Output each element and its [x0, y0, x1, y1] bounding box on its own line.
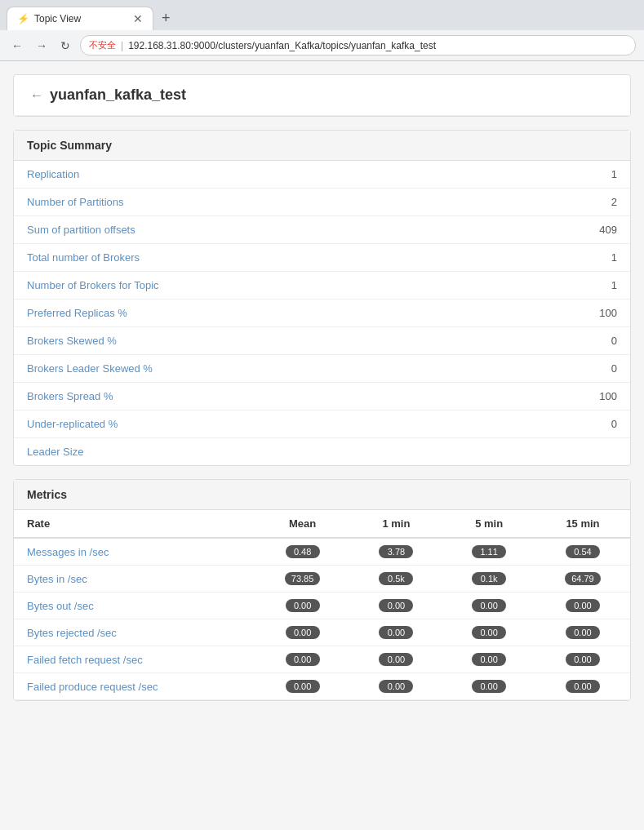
metrics-value: 0.00	[255, 673, 350, 700]
metrics-badge: 0.00	[379, 680, 413, 693]
topic-summary-header: Topic Summary	[14, 131, 630, 161]
metrics-row: Failed produce request /sec0.000.000.000…	[14, 673, 630, 700]
metrics-badge: 0.00	[472, 653, 506, 666]
metrics-column-header: Mean	[255, 510, 350, 538]
security-badge: 不安全	[89, 39, 116, 51]
metrics-value: 0.00	[535, 619, 630, 646]
summary-label: Leader Size	[14, 438, 496, 466]
metrics-badge: 0.00	[286, 680, 320, 693]
topic-summary-card: Topic Summary Replication1Number of Part…	[13, 130, 631, 466]
summary-label: Brokers Spread %	[14, 383, 496, 411]
metrics-badge: 3.78	[379, 545, 413, 558]
browser-chrome: ⚡ Topic View ✕ + ← → ↻ 不安全 | 192.168.31.…	[0, 0, 644, 61]
metrics-value: 1.11	[442, 538, 535, 566]
metrics-value: 0.00	[535, 593, 630, 619]
page-title: yuanfan_kafka_test	[50, 87, 186, 104]
metrics-badge: 0.48	[286, 545, 320, 558]
back-arrow-icon[interactable]: ←	[30, 88, 43, 103]
metrics-value: 0.48	[255, 538, 350, 566]
metrics-value: 0.00	[442, 593, 535, 619]
address-text: 192.168.31.80:9000/clusters/yuanfan_Kafk…	[128, 40, 436, 51]
metrics-table: RateMean1 min5 min15 min Messages in /se…	[14, 510, 630, 700]
summary-row: Leader Size	[14, 438, 630, 466]
metrics-badge: 0.00	[472, 599, 506, 612]
summary-label: Number of Partitions	[14, 189, 496, 216]
summary-value: 409	[496, 216, 630, 244]
metrics-value: 0.00	[350, 593, 443, 619]
tab-icon: ⚡	[17, 13, 29, 24]
address-bar[interactable]: 不安全 | 192.168.31.80:9000/clusters/yuanfa…	[80, 35, 636, 55]
metrics-value: 64.79	[535, 566, 630, 593]
metrics-badge: 0.00	[286, 599, 320, 612]
metrics-badge: 0.54	[566, 545, 600, 558]
metrics-badge: 0.00	[379, 626, 413, 639]
metrics-value: 0.00	[350, 673, 443, 700]
tab-close-button[interactable]: ✕	[133, 12, 143, 25]
metrics-value: 0.54	[535, 538, 630, 566]
summary-value: 1	[496, 161, 630, 189]
summary-row: Preferred Replicas %100	[14, 300, 630, 327]
address-bar-row: ← → ↻ 不安全 | 192.168.31.80:9000/clusters/…	[0, 30, 644, 61]
tab-title: Topic View	[34, 13, 81, 24]
metrics-badge: 1.11	[472, 545, 506, 558]
metrics-label: Failed fetch request /sec	[14, 646, 255, 673]
metrics-badge: 0.00	[566, 626, 600, 639]
back-button[interactable]: ←	[8, 38, 26, 54]
summary-row: Sum of partition offsets409	[14, 216, 630, 244]
metrics-column-header: Rate	[14, 510, 255, 538]
forward-button[interactable]: →	[33, 38, 51, 54]
metrics-badge: 0.00	[286, 653, 320, 666]
metrics-card: Metrics RateMean1 min5 min15 min Message…	[13, 479, 631, 701]
metrics-label: Failed produce request /sec	[14, 673, 255, 700]
metrics-value: 73.85	[255, 566, 350, 593]
metrics-label: Messages in /sec	[14, 538, 255, 566]
summary-label: Under-replicated %	[14, 411, 496, 438]
metrics-badge: 0.00	[566, 599, 600, 612]
active-tab[interactable]: ⚡ Topic View ✕	[7, 7, 153, 30]
metrics-label: Bytes rejected /sec	[14, 619, 255, 646]
summary-label: Number of Brokers for Topic	[14, 272, 496, 300]
summary-label: Sum of partition offsets	[14, 216, 496, 244]
summary-row: Number of Partitions2	[14, 189, 630, 216]
metrics-badge: 0.00	[566, 653, 600, 666]
metrics-value: 3.78	[350, 538, 443, 566]
metrics-badge: 0.5k	[379, 572, 413, 585]
summary-label: Brokers Skewed %	[14, 327, 496, 355]
metrics-row: Bytes rejected /sec0.000.000.000.00	[14, 619, 630, 646]
summary-table: Replication1Number of Partitions2Sum of …	[14, 161, 630, 465]
summary-row: Brokers Leader Skewed %0	[14, 355, 630, 383]
summary-label: Brokers Leader Skewed %	[14, 355, 496, 383]
new-tab-button[interactable]: +	[155, 7, 177, 30]
summary-label: Total number of Brokers	[14, 244, 496, 272]
page-header: ← yuanfan_kafka_test	[14, 75, 630, 116]
summary-value: 100	[496, 383, 630, 411]
metrics-label: Bytes out /sec	[14, 593, 255, 619]
metrics-badge: 73.85	[285, 572, 321, 585]
metrics-row: Bytes in /sec73.850.5k0.1k64.79	[14, 566, 630, 593]
summary-row: Replication1	[14, 161, 630, 189]
summary-row: Brokers Spread %100	[14, 383, 630, 411]
summary-value	[496, 438, 630, 466]
summary-value: 0	[496, 411, 630, 438]
metrics-badge: 0.00	[472, 680, 506, 693]
reload-button[interactable]: ↻	[57, 38, 73, 54]
summary-label: Replication	[14, 161, 496, 189]
metrics-column-header: 15 min	[535, 510, 630, 538]
summary-value: 100	[496, 300, 630, 327]
metrics-header: Metrics	[14, 480, 630, 510]
metrics-badge: 0.00	[379, 599, 413, 612]
metrics-badge: 0.1k	[472, 572, 506, 585]
metrics-row: Failed fetch request /sec0.000.000.000.0…	[14, 646, 630, 673]
page-content: ← yuanfan_kafka_test Topic Summary Repli…	[0, 61, 644, 830]
metrics-row: Bytes out /sec0.000.000.000.00	[14, 593, 630, 619]
summary-value: 2	[496, 189, 630, 216]
metrics-column-header: 1 min	[350, 510, 443, 538]
metrics-badge: 0.00	[379, 653, 413, 666]
summary-row: Brokers Skewed %0	[14, 327, 630, 355]
metrics-value: 0.00	[442, 646, 535, 673]
metrics-value: 0.00	[350, 619, 443, 646]
metrics-value: 0.00	[255, 619, 350, 646]
metrics-column-header: 5 min	[442, 510, 535, 538]
metrics-badge: 64.79	[565, 572, 601, 585]
summary-label: Preferred Replicas %	[14, 300, 496, 327]
